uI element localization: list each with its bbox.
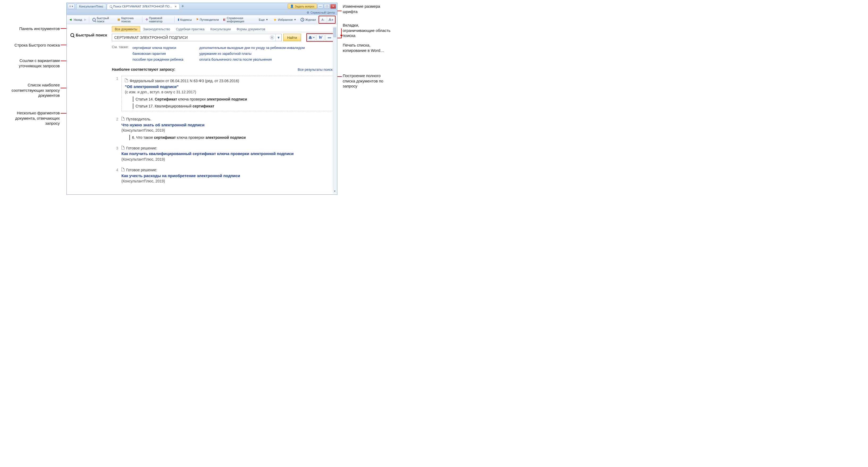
see-also-link[interactable]: дополнительные выходные дни по уходу за …	[199, 45, 305, 51]
titlebar: ≡ ▾ КонсультантПлюс Поиск СЕРТИФИКАТ ЭЛЕ…	[67, 3, 337, 10]
card-search-button[interactable]: ▦Карточка поиска	[116, 16, 140, 24]
document-icon	[121, 146, 125, 149]
main-menu-button[interactable]: ≡ ▾	[68, 4, 75, 9]
result-subtitle: (КонсультантПлюс, 2019)	[121, 128, 335, 133]
see-also-label: См. также:	[112, 45, 129, 62]
annotation-result-list: Список наиболее соответствующих запросу …	[0, 83, 60, 98]
minimize-button[interactable]: —	[317, 4, 323, 9]
result-fragment[interactable]: Статья 14. Сертификат ключа проверки эле…	[133, 96, 331, 102]
person-icon: 👤	[290, 4, 294, 8]
list-actions-group: 🖶▾ W •••	[306, 33, 335, 42]
quick-search-button[interactable]: Быстрый поиск	[91, 16, 115, 24]
scrollbar-thumb[interactable]	[334, 28, 336, 37]
clear-search-button[interactable]: ✕	[270, 35, 275, 40]
result-body[interactable]: Федеральный закон от 06.04.2011 N 63-ФЗ …	[121, 76, 335, 111]
result-item: 2 Путеводитель. Что нужно знать об элект…	[112, 115, 335, 144]
ask-question-button[interactable]: 👤 Задать вопрос	[288, 4, 317, 9]
close-window-button[interactable]: ✕	[330, 4, 336, 9]
font-decrease-button[interactable]: A-	[319, 16, 327, 23]
app-window: ≡ ▾ КонсультантПлюс Поиск СЕРТИФИКАТ ЭЛЕ…	[66, 3, 337, 195]
result-title[interactable]: Как получить квалифицированный сертифика…	[121, 151, 335, 157]
result-number: 3	[112, 145, 118, 162]
scope-tab-legislation[interactable]: Законодательство	[140, 26, 173, 32]
search-icon	[70, 33, 74, 37]
see-also-link[interactable]: пособие при рождении ребенка	[132, 57, 183, 62]
document-icon	[125, 79, 128, 82]
result-subtitle: (КонсультантПлюс, 2019)	[121, 178, 335, 184]
annotation-all-results: Построение полного списка документов по …	[343, 73, 393, 89]
favorites-button[interactable]: ★Избранное ▼	[272, 17, 298, 23]
annotation-print-copy: Печать списка, копирование в Word…	[343, 42, 391, 53]
results-header: Наиболее соответствуют запросу: Все резу…	[112, 67, 335, 71]
servicebar: ⚙ Сервисный Центр	[67, 10, 337, 15]
info-icon: ◧	[223, 18, 226, 21]
result-title[interactable]: "Об электронной подписи"	[125, 84, 331, 90]
reference-button[interactable]: ◧Справочная информация	[222, 16, 256, 24]
result-number: 1	[112, 76, 118, 111]
scope-tab-forms[interactable]: Формы документов	[234, 26, 268, 32]
search-icon	[92, 18, 96, 22]
see-also-link[interactable]: сертификат ключа подписи	[132, 45, 183, 51]
result-body[interactable]: Готовое решение: Как учесть расходы на п…	[121, 167, 335, 184]
see-also-block: См. также: сертификат ключа подписи банк…	[112, 45, 335, 62]
forward-button[interactable]: ▶	[83, 17, 87, 22]
signpost-icon: ⚑	[196, 18, 199, 21]
scope-tab-court[interactable]: Судебная практика	[173, 26, 207, 32]
back-label: Назад	[73, 18, 82, 21]
result-subtitle: (КонсультантПлюс, 2019)	[121, 157, 335, 162]
gear-icon: ⚙	[307, 11, 309, 14]
annotation-font-size: Изменение размера шрифта	[343, 4, 391, 14]
font-increase-button[interactable]: A+	[327, 16, 335, 23]
guides-button[interactable]: ⚑Путеводители	[194, 17, 220, 22]
font-size-group: A- A+	[318, 16, 336, 24]
result-body[interactable]: Путеводитель. Что нужно знать об электро…	[121, 116, 335, 140]
ask-label: Задать вопрос	[295, 5, 315, 8]
scope-tabs: Все документы Законодательство Судебная …	[112, 26, 335, 32]
scrollbar-down-arrow[interactable]: ▼	[333, 189, 336, 193]
law-navigator-button[interactable]: ✣Правовой навигатор	[144, 16, 173, 24]
result-item: 3 Готовое решение: Как получить квалифиц…	[112, 144, 335, 166]
content-area: Быстрый поиск Все документы Законодатель…	[67, 24, 337, 195]
result-item: 1 Федеральный закон от 06.04.2011 N 63-Ф…	[112, 74, 335, 115]
arrow	[341, 28, 342, 38]
scope-tab-all[interactable]: Все документы	[112, 26, 140, 32]
more-actions-button[interactable]: •••	[326, 34, 334, 41]
codices-button[interactable]: ▮Кодексы	[176, 17, 193, 22]
annotation-toolbar: Панель инструментов	[0, 26, 60, 31]
book-icon: ▮	[178, 18, 179, 21]
printer-icon: 🖶	[308, 36, 312, 40]
back-button[interactable]: ◀	[68, 17, 72, 22]
maximize-button[interactable]: ☐	[324, 4, 330, 9]
search-input[interactable]	[112, 35, 270, 40]
print-button[interactable]: 🖶▾	[307, 34, 315, 41]
more-button[interactable]: Еще ▼	[257, 17, 270, 22]
document-icon	[121, 117, 125, 120]
scrollbar[interactable]: ▼	[333, 27, 337, 193]
find-button[interactable]: Найти	[283, 34, 301, 41]
tab-close-icon[interactable]: ✕	[175, 5, 177, 8]
see-also-link[interactable]: банковская гарантия	[132, 51, 183, 57]
results-column: Все документы Законодательство Судебная …	[112, 24, 337, 195]
search-dropdown-button[interactable]: ▼	[276, 34, 281, 41]
see-also-link[interactable]: оплата больничного листа после увольнени…	[199, 57, 305, 62]
journal-button[interactable]: Журнал	[299, 17, 317, 22]
document-icon	[121, 168, 125, 171]
annotation-scope-tabs: Вкладки, ограничивающие область поиска	[343, 23, 391, 38]
all-results-link[interactable]: Все результаты поиска	[298, 67, 335, 71]
copy-to-word-button[interactable]: W	[316, 34, 324, 41]
tab-search-result[interactable]: Поиск СЕРТИФИКАТ ЭЛЕКТРОННОЙ ПО… ✕	[107, 3, 180, 9]
result-title[interactable]: Как учесть расходы на приобретение элект…	[121, 173, 335, 179]
star-icon: ★	[273, 18, 277, 22]
tab-home[interactable]: КонсультантПлюс	[76, 3, 106, 9]
tab-label: Поиск СЕРТИФИКАТ ЭЛЕКТРОННОЙ ПО…	[113, 5, 173, 8]
scope-tab-consult[interactable]: Консультации	[208, 26, 234, 32]
result-body[interactable]: Готовое решение: Как получить квалифицир…	[121, 145, 335, 162]
service-center-link[interactable]: Сервисный Центр	[311, 11, 335, 14]
result-fragment[interactable]: 6. Что такое сертификат ключа проверки э…	[129, 135, 335, 140]
result-title[interactable]: Что нужно знать об электронной подписи	[121, 122, 335, 128]
card-icon: ▦	[118, 18, 120, 21]
annotation-see-also: Ссылки с вариантами уточняющих запросов	[0, 58, 60, 68]
see-also-link[interactable]: удержание из заработной платы	[199, 51, 305, 57]
result-fragment[interactable]: Статья 17. Квалифицированный сертификат	[133, 104, 331, 109]
new-tab-button[interactable]: ✚	[180, 4, 185, 8]
